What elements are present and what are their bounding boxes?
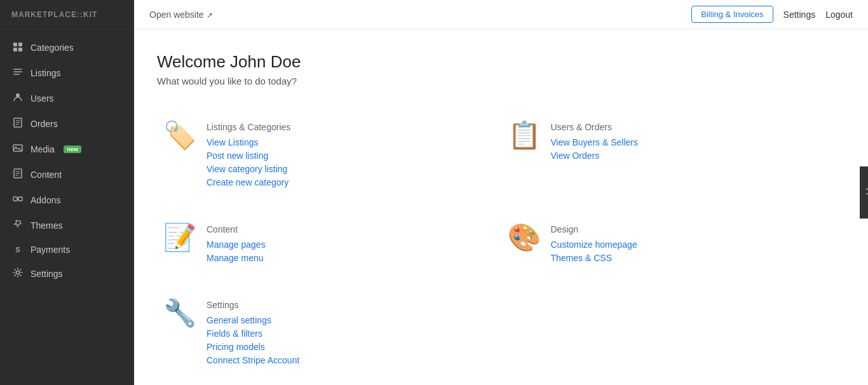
sidebar-item-settings[interactable]: Settings <box>0 261 134 287</box>
sidebar-logo: MARKETPLACE::KIT <box>0 0 134 30</box>
orders-icon <box>11 118 24 130</box>
section-links-content: Manage pagesManage menu <box>207 240 266 263</box>
svg-rect-1 <box>18 43 22 46</box>
users-icon <box>11 92 24 105</box>
section-icon-settings: 🔧 <box>163 300 196 327</box>
top-header: Open website ↗ Billing & Invoices Settin… <box>134 0 868 29</box>
sidebar-item-label-themes: Themes <box>31 220 63 231</box>
section-header-listings-categories: 🏷️Listings & CategoriesView ListingsPost… <box>163 122 482 187</box>
sidebar-item-label-categories: Categories <box>31 43 74 53</box>
settings-link[interactable]: Settings <box>783 10 816 20</box>
link-customize-homepage[interactable]: Customize homepage <box>551 240 637 250</box>
sidebar-navigation: CategoriesListingsUsersOrdersMedianewCon… <box>0 30 134 292</box>
sidebar-item-label-settings: Settings <box>31 269 63 279</box>
link-view-category-listing[interactable]: View category listing <box>207 164 290 174</box>
sidebar: MARKETPLACE::KIT CategoriesListingsUsers… <box>0 0 134 385</box>
header-right: Billing & Invoices Settings Logout <box>691 6 853 23</box>
logout-link[interactable]: Logout <box>825 10 853 20</box>
sidebar-item-label-users: Users <box>31 93 54 104</box>
sidebar-item-label-addons: Addons <box>31 195 60 205</box>
link-connect-stripe-account[interactable]: Connect Stripe Account <box>207 355 299 365</box>
sidebar-item-addons[interactable]: Addons <box>0 187 134 213</box>
link-pricing-models[interactable]: Pricing models <box>207 342 299 352</box>
section-links-settings: General settingsFields & filtersPricing … <box>207 315 299 365</box>
section-content-listings-categories: Listings & CategoriesView ListingsPost n… <box>207 122 290 187</box>
section-title-design: Design <box>551 224 637 234</box>
link-themes-&-css[interactable]: Themes & CSS <box>551 253 637 263</box>
sidebar-item-label-content: Content <box>31 170 62 180</box>
open-website-text: Open website <box>149 10 204 20</box>
listings-icon <box>11 67 24 79</box>
sidebar-item-label-media: Media <box>31 144 55 154</box>
section-content-settings: SettingsGeneral settingsFields & filters… <box>207 300 299 365</box>
svg-point-11 <box>17 271 20 274</box>
header-left: Open website ↗ <box>149 10 213 20</box>
link-manage-pages[interactable]: Manage pages <box>207 240 266 250</box>
sidebar-item-media[interactable]: Medianew <box>0 137 134 162</box>
section-icon-listings-categories: 🏷️ <box>163 122 196 149</box>
section-listings-categories: 🏷️Listings & CategoriesView ListingsPost… <box>157 109 501 212</box>
external-link-icon: ↗ <box>207 11 213 20</box>
settings-icon <box>11 267 24 280</box>
payments-icon: S <box>11 246 24 253</box>
section-content-design: DesignCustomize homepageThemes & CSS <box>551 224 637 263</box>
section-icon-users-orders: 📋 <box>508 122 541 149</box>
section-icon-design: 🎨 <box>508 224 541 251</box>
section-title-users-orders: Users & Orders <box>551 122 638 132</box>
section-header-design: 🎨DesignCustomize homepageThemes & CSS <box>508 224 827 263</box>
support-tab[interactable]: Support <box>860 166 868 219</box>
welcome-subtitle: What would you like to do today? <box>157 76 845 86</box>
link-fields-&-filters[interactable]: Fields & filters <box>207 328 299 339</box>
svg-point-4 <box>16 93 20 97</box>
sidebar-item-users[interactable]: Users <box>0 86 134 111</box>
link-manage-menu[interactable]: Manage menu <box>207 253 266 263</box>
main-content: Open website ↗ Billing & Invoices Settin… <box>134 0 868 385</box>
section-title-content: Content <box>207 224 266 234</box>
section-header-settings: 🔧SettingsGeneral settingsFields & filter… <box>163 300 482 365</box>
section-users-orders: 📋Users & OrdersView Buyers & SellersView… <box>501 109 846 212</box>
new-badge: new <box>64 145 81 153</box>
sidebar-item-label-orders: Orders <box>31 119 58 129</box>
dashboard-content: Welcome John Doe What would you like to … <box>134 29 868 385</box>
link-post-new-listing[interactable]: Post new listing <box>207 151 290 161</box>
section-header-users-orders: 📋Users & OrdersView Buyers & SellersView… <box>508 122 827 161</box>
section-links-listings-categories: View ListingsPost new listingView catego… <box>207 137 290 187</box>
svg-rect-3 <box>18 48 22 51</box>
section-title-listings-categories: Listings & Categories <box>207 122 290 132</box>
sidebar-item-listings[interactable]: Listings <box>0 60 134 86</box>
sidebar-item-themes[interactable]: Themes <box>0 213 134 238</box>
sidebar-item-label-listings: Listings <box>31 68 60 78</box>
open-website-link[interactable]: Open website ↗ <box>149 10 213 20</box>
section-content: 📝ContentManage pagesManage menu <box>157 212 501 287</box>
section-settings: 🔧SettingsGeneral settingsFields & filter… <box>157 287 501 385</box>
link-view-buyers-&-sellers[interactable]: View Buyers & Sellers <box>551 137 638 147</box>
section-header-content: 📝ContentManage pagesManage menu <box>163 224 482 263</box>
themes-icon <box>11 219 24 232</box>
link-view-orders[interactable]: View Orders <box>551 151 638 161</box>
addons-icon <box>11 194 24 206</box>
link-view-listings[interactable]: View Listings <box>207 137 290 147</box>
sidebar-item-content[interactable]: Content <box>0 162 134 187</box>
section-content-content: ContentManage pagesManage menu <box>207 224 266 263</box>
welcome-title: Welcome John Doe <box>157 52 845 72</box>
section-design: 🎨DesignCustomize homepageThemes & CSS <box>501 212 846 287</box>
sidebar-item-categories[interactable]: Categories <box>0 35 134 60</box>
link-create-new-category[interactable]: Create new category <box>207 177 290 187</box>
sidebar-item-payments[interactable]: SPayments <box>0 238 134 261</box>
content-icon <box>11 168 24 181</box>
svg-rect-10 <box>18 197 22 201</box>
sidebar-item-label-payments: Payments <box>31 245 70 255</box>
media-icon <box>11 143 24 156</box>
section-title-settings: Settings <box>207 300 299 310</box>
categories-icon <box>11 41 24 54</box>
section-links-users-orders: View Buyers & SellersView Orders <box>551 137 638 161</box>
dashboard-grid: 🏷️Listings & CategoriesView ListingsPost… <box>157 109 845 385</box>
section-links-design: Customize homepageThemes & CSS <box>551 240 637 263</box>
section-content-users-orders: Users & OrdersView Buyers & SellersView … <box>551 122 638 161</box>
section-icon-content: 📝 <box>163 224 196 251</box>
link-general-settings[interactable]: General settings <box>207 315 299 325</box>
billing-invoices-button[interactable]: Billing & Invoices <box>691 6 773 23</box>
sidebar-item-orders[interactable]: Orders <box>0 111 134 137</box>
svg-rect-9 <box>13 197 17 201</box>
svg-rect-2 <box>13 48 17 51</box>
